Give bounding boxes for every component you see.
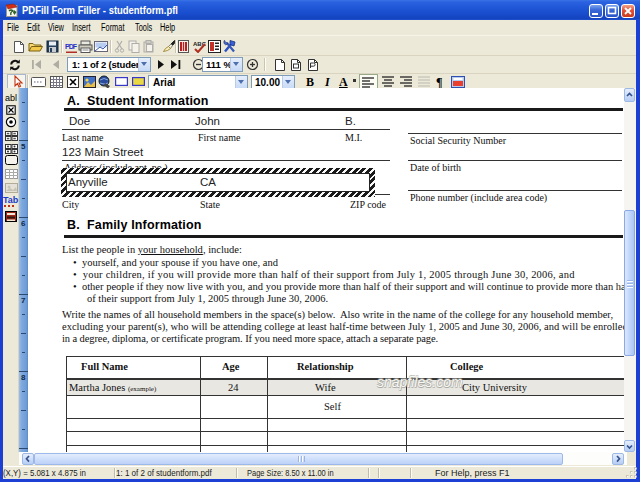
svg-text:6: 6	[21, 219, 26, 228]
svg-text:7: 7	[21, 296, 26, 305]
svg-text:5: 5	[21, 142, 26, 151]
svg-text:PDF: PDF	[65, 43, 78, 50]
svg-text:8: 8	[21, 373, 26, 382]
